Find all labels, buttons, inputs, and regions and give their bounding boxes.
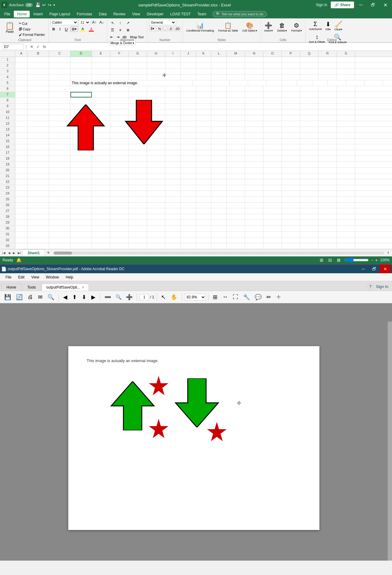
cell-C22[interactable] xyxy=(49,179,70,185)
cell-E17[interactable] xyxy=(92,150,110,156)
cell-F11[interactable] xyxy=(110,115,129,121)
cell-H33[interactable] xyxy=(147,243,165,249)
cell-H14[interactable] xyxy=(147,133,165,138)
cell-K27[interactable] xyxy=(196,208,211,214)
insert-function-button[interactable]: fx xyxy=(42,44,47,49)
cell-G7[interactable] xyxy=(129,92,147,97)
cell-D17[interactable] xyxy=(70,150,92,156)
cell-I9[interactable] xyxy=(165,104,181,109)
cell-N21[interactable] xyxy=(245,173,263,179)
cell-O27[interactable] xyxy=(263,208,282,214)
cell-D33[interactable] xyxy=(70,243,92,249)
cell-G1[interactable] xyxy=(129,57,147,62)
sheet-nav-prev[interactable]: ◀ xyxy=(7,251,11,255)
cell-O3[interactable] xyxy=(263,69,282,74)
cell-D3[interactable] xyxy=(70,69,92,74)
sheet-nav-next[interactable]: ▶ xyxy=(12,251,16,255)
clear-button[interactable]: 🧹 Clear▾ xyxy=(333,20,344,32)
cell-Q18[interactable] xyxy=(300,156,318,161)
cell-G23[interactable] xyxy=(129,185,147,191)
cell-S30[interactable] xyxy=(337,226,355,231)
cell-M13[interactable] xyxy=(227,127,245,132)
cell-B22[interactable] xyxy=(28,179,49,185)
cell-N24[interactable] xyxy=(245,191,263,196)
cell-I16[interactable] xyxy=(165,144,181,150)
cell-H19[interactable] xyxy=(147,162,165,167)
cell-C1[interactable] xyxy=(49,57,70,62)
cell-E1[interactable] xyxy=(92,57,110,62)
cell-F2[interactable] xyxy=(110,63,129,68)
save-button[interactable]: 💾 xyxy=(35,2,41,8)
cell-K15[interactable] xyxy=(196,138,211,144)
cell-J16[interactable] xyxy=(181,144,196,150)
cell-A2[interactable] xyxy=(15,63,28,68)
cell-D26[interactable] xyxy=(70,202,92,208)
cell-P3[interactable] xyxy=(282,69,300,74)
menu-page-layout[interactable]: Page Layout xyxy=(46,11,73,17)
cell-A6[interactable] xyxy=(15,86,28,92)
cell-C10[interactable] xyxy=(49,109,70,115)
cell-F15[interactable] xyxy=(110,138,129,144)
cell-Q2[interactable] xyxy=(300,63,318,68)
cell-F5[interactable] xyxy=(211,80,230,86)
cell-F7[interactable] xyxy=(110,92,129,97)
cell-L28[interactable] xyxy=(211,214,227,220)
cell-G27[interactable] xyxy=(129,208,147,214)
cell-H13[interactable] xyxy=(147,127,165,132)
cell-E33[interactable] xyxy=(92,243,110,249)
cell-J18[interactable] xyxy=(181,156,196,161)
col-header-h[interactable]: H xyxy=(147,51,165,57)
cell-P17[interactable] xyxy=(282,150,300,156)
cell-M5[interactable] xyxy=(328,80,346,86)
cell-S33[interactable] xyxy=(337,243,355,249)
cell-N33[interactable] xyxy=(245,243,263,249)
cell-S12[interactable] xyxy=(337,121,355,127)
cell-Q12[interactable] xyxy=(300,121,318,127)
cell-E5[interactable] xyxy=(193,80,211,86)
cell-H32[interactable] xyxy=(147,237,165,243)
cell-D31[interactable] xyxy=(70,232,92,237)
sign-in-button[interactable]: Sign in xyxy=(314,2,330,8)
cell-G16[interactable] xyxy=(129,144,147,150)
cell-P18[interactable] xyxy=(282,156,300,161)
cell-P6[interactable] xyxy=(282,86,300,92)
cell-G24[interactable] xyxy=(129,191,147,196)
cell-O26[interactable] xyxy=(263,202,282,208)
cell-L6[interactable] xyxy=(211,86,227,92)
cell-A23[interactable] xyxy=(15,185,28,191)
cell-E6[interactable] xyxy=(92,86,110,92)
cell-A3[interactable] xyxy=(15,69,28,74)
cell-L1[interactable] xyxy=(211,57,227,62)
cell-J13[interactable] xyxy=(181,127,196,132)
cell-R15[interactable] xyxy=(318,138,337,144)
cell-L23[interactable] xyxy=(211,185,227,191)
cell-B7[interactable] xyxy=(28,92,49,97)
cell-R21[interactable] xyxy=(318,173,337,179)
cell-B4[interactable] xyxy=(28,74,49,80)
cell-G25[interactable] xyxy=(129,197,147,202)
cell-H11[interactable] xyxy=(147,115,165,121)
cell-F13[interactable] xyxy=(110,127,129,132)
cell-M8[interactable] xyxy=(227,98,245,103)
cell-I19[interactable] xyxy=(165,162,181,167)
cell-K8[interactable] xyxy=(196,98,211,103)
cell-I6[interactable] xyxy=(165,86,181,92)
col-header-g[interactable]: G xyxy=(129,51,147,57)
cell-Q17[interactable] xyxy=(300,150,318,156)
col-header-d[interactable]: D xyxy=(70,51,92,57)
cell-O10[interactable] xyxy=(263,109,282,115)
cell-B15[interactable] xyxy=(28,138,49,144)
cell-M33[interactable] xyxy=(227,243,245,249)
cell-Q8[interactable] xyxy=(300,98,318,103)
sort-filter-button[interactable]: ↕ Sort & Filter▾ xyxy=(307,32,327,44)
row-number-11[interactable]: 11 xyxy=(0,115,15,121)
cell-R6[interactable] xyxy=(318,86,337,92)
italic-button[interactable]: I xyxy=(57,26,62,32)
cell-G3[interactable] xyxy=(129,69,147,74)
cell-C8[interactable] xyxy=(49,98,70,103)
cell-K29[interactable] xyxy=(196,220,211,225)
cell-N19[interactable] xyxy=(245,162,263,167)
col-header-q[interactable]: Q xyxy=(300,51,318,57)
cell-N2[interactable] xyxy=(245,63,263,68)
cell-A14[interactable] xyxy=(15,133,28,138)
